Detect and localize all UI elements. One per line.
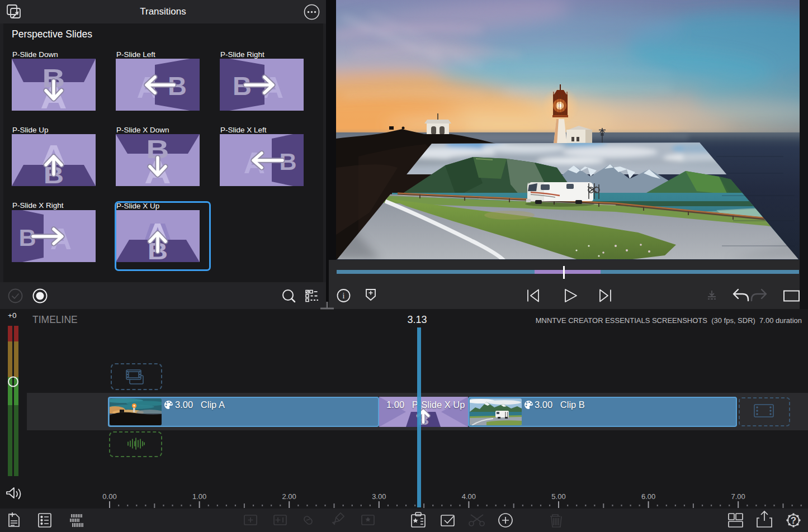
svg-text:i: i [343, 292, 345, 300]
svg-text:?: ? [791, 515, 796, 526]
